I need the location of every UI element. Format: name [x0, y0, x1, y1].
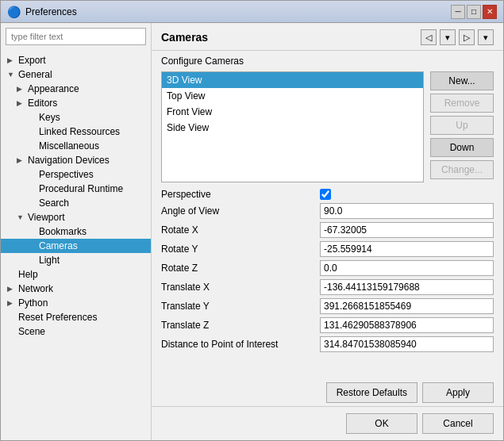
- prop-row-translate-y: Translate Y: [161, 298, 494, 314]
- camera-item-front-view[interactable]: Front View: [162, 104, 423, 120]
- sidebar-item-viewport[interactable]: Viewport: [1, 210, 151, 224]
- arrow-appearance: [17, 85, 25, 93]
- main-panel: Cameras ◁ ▾ ▷ ▾ Configure Cameras 3D Vie…: [152, 23, 503, 440]
- prop-row-rotate-z: Rotate Z: [161, 260, 494, 276]
- filter-input[interactable]: [6, 28, 146, 45]
- cameras-area: 3D View Top View Front View Side View Ne…: [152, 71, 503, 182]
- sidebar-label-appearance: Appearance: [28, 83, 79, 94]
- sidebar-label-search: Search: [39, 197, 69, 209]
- prop-input-translate-z[interactable]: [320, 317, 494, 333]
- prop-input-translate-x[interactable]: [320, 279, 494, 295]
- prop-row-distance: Distance to Point of Interest: [161, 336, 494, 352]
- sidebar-label-nav: Navigation Devices: [28, 155, 110, 166]
- down-camera-button[interactable]: Down: [430, 138, 494, 157]
- tree-area: Export General Appearance Editors: [1, 50, 151, 440]
- prop-row-rotate-x: Rotate X: [161, 222, 494, 238]
- sidebar-item-python[interactable]: Python: [1, 296, 151, 310]
- arrow-nav: [17, 156, 25, 164]
- sidebar-item-perspectives[interactable]: Perspectives: [1, 167, 151, 182]
- sidebar-item-light[interactable]: Light: [1, 253, 151, 267]
- panel-sub-title: Configure Cameras: [152, 51, 503, 71]
- sidebar-item-navigation-devices[interactable]: Navigation Devices: [1, 153, 151, 167]
- sidebar-item-general[interactable]: General: [1, 67, 151, 82]
- arrow-viewport: [17, 213, 25, 221]
- footer-bar: OK Cancel: [152, 406, 503, 440]
- sidebar-item-help[interactable]: Help: [1, 267, 151, 282]
- prop-label-rotate-y: Rotate Y: [161, 244, 320, 255]
- apply-button[interactable]: Apply: [422, 382, 494, 403]
- prop-input-rotate-y[interactable]: [320, 241, 494, 257]
- sidebar-item-appearance[interactable]: Appearance: [1, 82, 151, 96]
- action-bar: Restore Defaults Apply: [152, 379, 503, 406]
- sidebar-label-viewport: Viewport: [28, 212, 64, 223]
- camera-item-side-view[interactable]: Side View: [162, 120, 423, 136]
- prop-label-angle-of-view: Angle of View: [161, 205, 320, 217]
- sidebar-label-general: General: [18, 69, 52, 80]
- sidebar-label-export: Export: [18, 55, 46, 66]
- close-button[interactable]: ✕: [483, 5, 497, 19]
- sidebar-item-search[interactable]: Search: [1, 196, 151, 210]
- remove-camera-button[interactable]: Remove: [430, 94, 494, 113]
- prop-row-perspective: Perspective: [161, 189, 494, 200]
- title-bar-controls: ─ □ ✕: [451, 5, 497, 19]
- sidebar-item-editors[interactable]: Editors: [1, 96, 151, 110]
- sidebar-label-help: Help: [18, 269, 38, 280]
- camera-list[interactable]: 3D View Top View Front View Side View: [161, 71, 424, 182]
- camera-item-3d-view[interactable]: 3D View: [162, 72, 423, 88]
- cancel-button[interactable]: Cancel: [422, 413, 494, 434]
- sidebar-label-scene: Scene: [18, 326, 45, 337]
- properties-area: Perspective Angle of View Rotate X Rotat…: [152, 189, 503, 379]
- sidebar-item-miscellaneous[interactable]: Miscellaneous: [1, 139, 151, 153]
- maximize-button[interactable]: □: [467, 5, 481, 19]
- sidebar-label-network: Network: [18, 283, 53, 294]
- prop-label-translate-z: Translate Z: [161, 320, 320, 331]
- sidebar-label-linked: Linked Ressources: [39, 126, 120, 137]
- prop-row-angle-of-view: Angle of View: [161, 203, 494, 219]
- camera-item-top-view[interactable]: Top View: [162, 88, 423, 104]
- dropdown-button[interactable]: ▾: [440, 29, 456, 45]
- sidebar-item-keys[interactable]: Keys: [1, 110, 151, 125]
- preferences-window: 🔵 Preferences ─ □ ✕ Export: [0, 0, 504, 441]
- sidebar-label-misc: Miscellaneous: [39, 140, 99, 151]
- up-camera-button[interactable]: Up: [430, 116, 494, 135]
- prop-label-translate-x: Translate X: [161, 282, 320, 293]
- restore-defaults-button[interactable]: Restore Defaults: [326, 382, 417, 403]
- prop-input-rotate-z[interactable]: [320, 260, 494, 276]
- sidebar-item-reset-preferences[interactable]: Reset Preferences: [1, 310, 151, 324]
- sidebar-label-light: Light: [39, 255, 60, 266]
- prop-checkbox-perspective[interactable]: [320, 189, 331, 200]
- prop-label-perspective: Perspective: [161, 189, 320, 200]
- camera-buttons: New... Remove Up Down Change...: [430, 71, 494, 182]
- window-title: Preferences: [25, 6, 77, 17]
- minimize-button[interactable]: ─: [451, 5, 465, 19]
- sidebar-item-cameras[interactable]: Cameras: [1, 239, 151, 253]
- sidebar-label-keys: Keys: [39, 112, 60, 123]
- sidebar-item-network[interactable]: Network: [1, 282, 151, 296]
- prop-label-distance: Distance to Point of Interest: [161, 339, 320, 350]
- prop-input-distance[interactable]: [320, 336, 494, 352]
- forward-button[interactable]: ▷: [459, 29, 475, 45]
- new-camera-button[interactable]: New...: [430, 71, 494, 90]
- sidebar-label-cameras: Cameras: [39, 240, 78, 251]
- prop-input-translate-y[interactable]: [320, 298, 494, 314]
- prop-input-angle-of-view[interactable]: [320, 203, 494, 219]
- arrow-network: [7, 285, 15, 293]
- panel-header: Cameras ◁ ▾ ▷ ▾: [152, 23, 503, 51]
- sidebar-label-editors: Editors: [28, 98, 57, 109]
- app-icon: 🔵: [7, 6, 21, 18]
- sidebar-item-bookmarks[interactable]: Bookmarks: [1, 224, 151, 239]
- menu-button[interactable]: ▾: [478, 29, 494, 45]
- sidebar-item-linked-resources[interactable]: Linked Ressources: [1, 125, 151, 139]
- sidebar-item-export[interactable]: Export: [1, 53, 151, 67]
- prop-label-rotate-z: Rotate Z: [161, 263, 320, 274]
- back-button[interactable]: ◁: [421, 29, 437, 45]
- sidebar-item-procedural-runtime[interactable]: Procedural Runtime: [1, 182, 151, 196]
- sidebar-item-scene[interactable]: Scene: [1, 324, 151, 339]
- prop-label-rotate-x: Rotate X: [161, 224, 320, 236]
- prop-label-translate-y: Translate Y: [161, 301, 320, 312]
- change-camera-button[interactable]: Change...: [430, 160, 494, 179]
- prop-row-translate-z: Translate Z: [161, 317, 494, 333]
- sidebar-label-reset: Reset Preferences: [18, 312, 97, 323]
- prop-input-rotate-x[interactable]: [320, 222, 494, 238]
- ok-button[interactable]: OK: [346, 413, 417, 434]
